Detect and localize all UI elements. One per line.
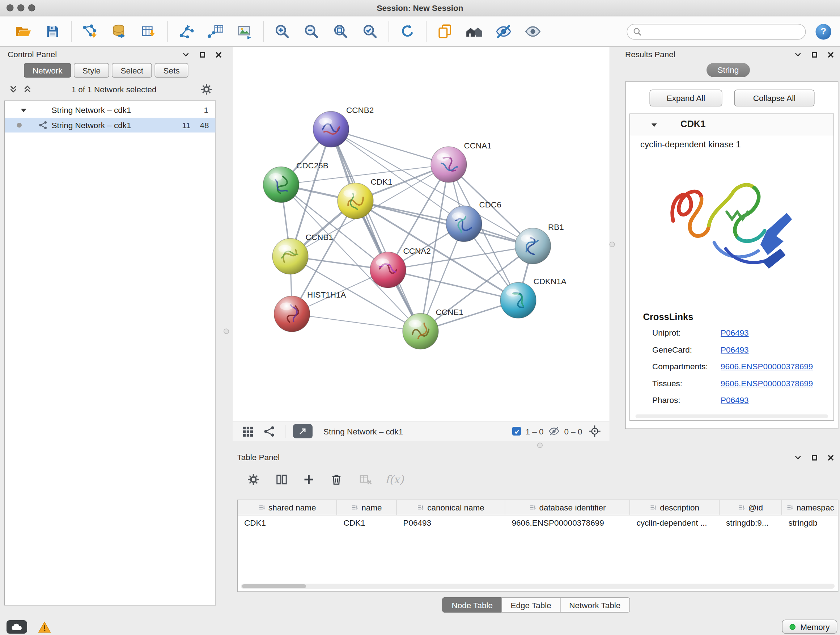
table-horizontal-scrollbar[interactable] xyxy=(241,584,835,589)
crosslink-value-link[interactable]: P06493 xyxy=(721,395,749,405)
vertical-splitter-handle[interactable] xyxy=(609,242,615,247)
panel-float-button[interactable] xyxy=(810,51,819,59)
cloud-services-button[interactable] xyxy=(6,620,27,634)
results-horizontal-scrollbar[interactable] xyxy=(636,415,829,418)
collapse-triangle-icon[interactable] xyxy=(651,122,658,129)
hide-selected-button[interactable] xyxy=(489,19,518,44)
protein-section-header[interactable]: CDK1 xyxy=(630,114,834,135)
selected-items-checkbox[interactable] xyxy=(512,427,521,435)
tab-style[interactable]: Style xyxy=(74,63,109,78)
import-table-button[interactable] xyxy=(134,19,164,44)
network-options-button[interactable] xyxy=(201,83,213,96)
tab-edge-table[interactable]: Edge Table xyxy=(501,597,561,613)
table-panel: Table Panel xyxy=(232,450,840,619)
close-window-button[interactable] xyxy=(6,4,14,11)
column-header-namespac[interactable]: namespac xyxy=(782,500,838,515)
minimize-window-button[interactable] xyxy=(17,4,25,11)
zoom-out-button[interactable] xyxy=(297,19,326,44)
import-network-button[interactable] xyxy=(76,19,105,44)
panel-collapse-button[interactable] xyxy=(182,51,190,59)
crosslink-value-link[interactable]: P06493 xyxy=(721,328,749,337)
open-session-button[interactable] xyxy=(9,19,38,44)
memory-button[interactable]: Memory xyxy=(782,620,837,634)
crosslink-value-link[interactable]: 9606.ENSP00000378699 xyxy=(721,379,813,388)
vertical-splitter-handle[interactable] xyxy=(224,329,229,334)
zoom-selected-button[interactable] xyxy=(355,19,385,44)
network-node-ccna1[interactable]: CCNA1 xyxy=(431,141,492,182)
network-edge[interactable] xyxy=(355,201,533,246)
column-header-description[interactable]: description xyxy=(630,500,720,515)
column-header-canonical-name[interactable]: canonical name xyxy=(397,500,505,515)
table-row[interactable]: CDK1CDK1P064939606.ENSP00000378699cyclin… xyxy=(238,516,838,531)
network-edge[interactable] xyxy=(388,270,518,301)
panel-float-button[interactable] xyxy=(810,454,819,462)
zoom-window-button[interactable] xyxy=(28,4,35,11)
import-database-button[interactable] xyxy=(105,19,134,44)
network-node-cdk1[interactable]: CDK1 xyxy=(338,177,393,219)
network-graph[interactable]: CCNB2CCNA1CDC25BCDK1CDC6RB1CCNB1CCNA2CDK… xyxy=(233,47,609,421)
collapse-all-button[interactable]: Collapse All xyxy=(734,90,815,107)
network-overview-icon xyxy=(263,425,276,438)
tab-network-table[interactable]: Network Table xyxy=(560,597,630,613)
network-edge[interactable] xyxy=(331,129,421,331)
detach-view-button[interactable] xyxy=(293,424,313,439)
fit-content-button[interactable] xyxy=(587,424,603,439)
search-input[interactable] xyxy=(646,27,800,36)
delete-column-button[interactable] xyxy=(327,470,346,489)
panel-close-button[interactable] xyxy=(827,454,835,462)
tab-network[interactable]: Network xyxy=(24,63,71,78)
tab-node-table[interactable]: Node Table xyxy=(442,597,502,613)
clone-network-button[interactable] xyxy=(431,19,460,44)
panel-collapse-button[interactable] xyxy=(794,51,802,59)
search-box[interactable] xyxy=(627,24,806,40)
network-overview-button[interactable] xyxy=(261,424,278,439)
zoom-fit-button[interactable] xyxy=(326,19,355,44)
tab-sets[interactable]: Sets xyxy=(155,63,188,78)
panel-collapse-button[interactable] xyxy=(794,454,802,462)
show-columns-button[interactable] xyxy=(272,470,291,489)
home-layout-button[interactable] xyxy=(460,19,489,44)
network-node-ccnb1[interactable]: CCNB1 xyxy=(272,233,333,274)
tab-select[interactable]: Select xyxy=(112,63,152,78)
network-node-hist1h1a[interactable]: HIST1H1A xyxy=(274,290,346,332)
column-header-shared-name[interactable]: shared name xyxy=(238,500,337,515)
grid-view-button[interactable] xyxy=(240,424,256,439)
function-builder-button-disabled: f(x) xyxy=(385,470,404,489)
create-column-button[interactable] xyxy=(300,470,318,489)
save-session-button[interactable] xyxy=(38,19,67,44)
zoom-in-button[interactable] xyxy=(268,19,297,44)
crosslink-value-link[interactable]: P06493 xyxy=(721,345,749,355)
panel-close-button[interactable] xyxy=(827,51,835,59)
scrollbar-thumb[interactable] xyxy=(242,584,306,588)
network-row-selected[interactable]: String Network – cdk1 11 48 xyxy=(5,118,216,133)
table-settings-button[interactable] xyxy=(244,470,263,489)
import-table-icon xyxy=(141,24,157,40)
network-table-button[interactable] xyxy=(201,19,230,44)
horizontal-splitter-handle[interactable] xyxy=(537,443,543,448)
export-network-button[interactable] xyxy=(172,19,201,44)
node-label: CDK1 xyxy=(371,177,393,187)
panel-float-button[interactable] xyxy=(198,51,207,59)
tab-string[interactable]: String xyxy=(706,63,750,77)
export-image-button[interactable] xyxy=(230,19,259,44)
refresh-button[interactable] xyxy=(393,19,422,44)
network-edge[interactable] xyxy=(292,314,421,331)
help-button[interactable]: ? xyxy=(816,24,832,40)
show-all-button[interactable] xyxy=(518,19,548,44)
expand-all-button[interactable]: Expand All xyxy=(650,90,722,107)
network-edge[interactable] xyxy=(331,129,449,165)
network-canvas[interactable]: CCNB2CCNA1CDC25BCDK1CDC6RB1CCNB1CCNA2CDK… xyxy=(233,47,609,421)
panel-close-button[interactable] xyxy=(215,51,223,59)
expand-triangle-icon[interactable] xyxy=(20,107,27,114)
sphere-highlight xyxy=(269,173,282,181)
network-node-rb1[interactable]: RB1 xyxy=(515,223,564,264)
warnings-button[interactable] xyxy=(35,620,54,634)
column-header-database-identifier[interactable]: database identifier xyxy=(505,500,630,515)
network-node-cdkn1a[interactable]: CDKN1A xyxy=(500,277,567,318)
column-header--id[interactable]: @id xyxy=(720,500,782,515)
column-header-name[interactable]: name xyxy=(337,500,397,515)
network-node-ccnb2[interactable]: CCNB2 xyxy=(313,106,374,147)
crosslink-value-link[interactable]: 9606.ENSP00000378699 xyxy=(721,362,813,371)
network-collection-row[interactable]: String Network – cdk1 1 xyxy=(5,103,216,118)
protein-image-container xyxy=(630,153,834,310)
